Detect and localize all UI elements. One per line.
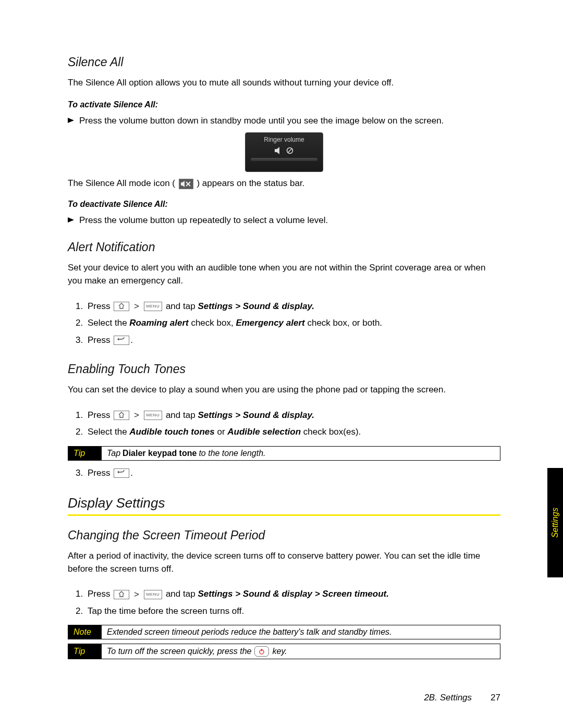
touch-step-1: Press > MENU and tap Settings > Sound & …: [85, 407, 500, 424]
text-display-intro: After a period of inactivity, the device…: [68, 550, 500, 575]
t: check box(es).: [301, 427, 361, 437]
ringer-volume-illustration: Ringer volume: [245, 132, 323, 172]
t: Select the: [88, 318, 129, 328]
note-callout: Note Extended screen timeout periods red…: [68, 625, 500, 639]
ringer-volume-label: Ringer volume: [264, 136, 304, 143]
section-display-settings: Display Settings Changing the Screen Tim…: [68, 495, 500, 659]
t: or: [215, 427, 228, 437]
back-key-icon: [114, 468, 129, 478]
alert-step-2: Select the Roaming alert check box, Emer…: [85, 315, 500, 331]
t: To turn off the screen quickly, press th…: [107, 647, 251, 656]
svg-marker-1: [275, 147, 279, 154]
footer-page-number: 27: [491, 693, 500, 703]
text-press: Press: [88, 410, 110, 420]
heading-screen-timeout: Changing the Screen Timeout Period: [68, 528, 500, 542]
tip-callout-touch: Tip Tap Dialer keypad tone to the tone l…: [68, 446, 500, 461]
text-silence-intro: The Silence All option allows you to mut…: [68, 77, 500, 90]
heading-touch: Enabling Touch Tones: [68, 362, 500, 376]
t: check box,: [189, 318, 236, 328]
text-press: Press: [88, 468, 110, 478]
tip-callout-display: Tip To turn off the screen quickly, pres…: [68, 644, 500, 659]
display-step-1: Press > MENU and tap Settings > Sound & …: [85, 586, 500, 603]
text-andtap: and tap: [166, 301, 195, 311]
nav-path: Settings > Sound & display.: [198, 410, 314, 420]
silence-mode-icon: [179, 179, 193, 189]
alert-step-1: Press > MENU and tap Settings > Sound & …: [85, 298, 500, 315]
home-key-icon: [114, 590, 129, 599]
home-key-icon: [114, 411, 129, 420]
yellow-divider: [68, 514, 500, 516]
heading-silence-all: Silence All: [68, 55, 500, 69]
triangle-bullet-icon: [68, 117, 75, 124]
t: Dialer keypad tone: [123, 449, 197, 458]
step-deactivate: Press the volume button up repeatedly to…: [68, 214, 500, 227]
footer-section: 2B. Settings: [424, 693, 472, 703]
chevron-right-icon: >: [134, 298, 139, 315]
alert-steps: Press > MENU and tap Settings > Sound & …: [68, 298, 500, 349]
status-bar-text: The Silence All mode icon ( ) appears on…: [68, 178, 500, 189]
power-key-icon: [254, 646, 269, 657]
ringer-mute-icon: [275, 146, 293, 155]
t: key.: [272, 647, 287, 656]
display-step-2: Tap the time before the screen turns off…: [85, 603, 500, 620]
menu-key-icon: MENU: [144, 411, 163, 420]
tip-tag: Tip: [68, 447, 102, 460]
t: Audible selection: [227, 427, 301, 437]
home-key-icon: [114, 302, 129, 311]
triangle-bullet-icon: [68, 216, 75, 224]
step-activate-text: Press the volume button down in standby …: [79, 115, 444, 128]
menu-key-icon: MENU: [144, 590, 163, 599]
note-tag: Note: [68, 625, 102, 639]
text-touch-intro: You can set the device to play a sound w…: [68, 384, 500, 397]
t: Emergency alert: [236, 318, 304, 328]
heading-display-settings: Display Settings: [68, 495, 500, 511]
svg-marker-0: [68, 118, 74, 123]
t: check box, or both.: [305, 318, 382, 328]
tip-content: To turn off the screen quickly, press th…: [102, 644, 500, 659]
alert-step-3: Press .: [85, 332, 500, 349]
t: to the tone length.: [199, 449, 265, 458]
note-content: Extended screen timeout periods reduce t…: [102, 625, 500, 639]
section-touch-tones: Enabling Touch Tones You can set the dev…: [68, 362, 500, 482]
page-footer: 2B. Settings 27: [424, 693, 500, 703]
text-press: Press: [88, 335, 110, 345]
status-prefix: The Silence All mode icon (: [68, 178, 175, 188]
svg-line-3: [288, 149, 292, 153]
touch-step-3: Press .: [85, 465, 500, 482]
t: Audible touch tones: [129, 427, 214, 437]
page: Settings Silence All The Silence All opt…: [0, 0, 563, 728]
step-deactivate-text: Press the volume button up repeatedly to…: [79, 214, 328, 227]
svg-marker-4: [181, 181, 185, 187]
text-press: Press: [88, 301, 110, 311]
text-press: Press: [88, 589, 110, 599]
text-alert-intro: Set your device to alert you with an aud…: [68, 262, 500, 287]
chevron-right-icon: >: [134, 407, 139, 424]
label-deactivate: To deactivate Silence All:: [68, 200, 500, 209]
nav-path: Settings > Sound & display.: [198, 301, 314, 311]
tip-tag: Tip: [68, 644, 102, 659]
section-silence-all: Silence All The Silence All option allow…: [68, 55, 500, 227]
t: Select the: [88, 427, 129, 437]
label-activate: To activate Silence All:: [68, 100, 500, 109]
side-tab-label: Settings: [550, 508, 560, 538]
nav-path: Settings > Sound & display > Screen time…: [198, 589, 389, 599]
status-suffix: ) appears on the status bar.: [197, 178, 304, 188]
t: Tap: [107, 449, 120, 458]
tip-content: Tap Dialer keypad tone to the tone lengt…: [102, 447, 500, 460]
section-alert-notification: Alert Notification Set your device to al…: [68, 240, 500, 349]
step-activate: Press the volume button down in standby …: [68, 115, 500, 128]
touch-steps-b: Press .: [68, 465, 500, 482]
menu-key-icon: MENU: [144, 302, 163, 311]
chevron-right-icon: >: [134, 586, 139, 603]
display-steps: Press > MENU and tap Settings > Sound & …: [68, 586, 500, 620]
side-tab-settings: Settings: [547, 468, 563, 577]
svg-marker-7: [68, 217, 74, 223]
t: Roaming alert: [129, 318, 188, 328]
touch-step-2: Select the Audible touch tones or Audibl…: [85, 424, 500, 440]
back-key-icon: [114, 336, 129, 345]
ringer-slider: [251, 158, 317, 161]
text-andtap: and tap: [166, 589, 195, 599]
heading-alert: Alert Notification: [68, 240, 500, 254]
text-andtap: and tap: [166, 410, 195, 420]
touch-steps-a: Press > MENU and tap Settings > Sound & …: [68, 407, 500, 441]
